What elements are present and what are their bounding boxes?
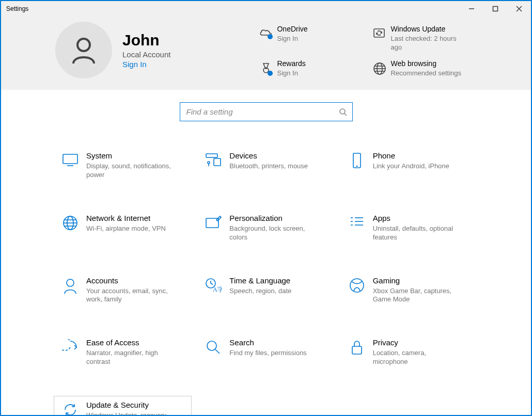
titlebar: Settings xyxy=(1,1,531,17)
cat-title: Devices xyxy=(229,151,308,160)
globe-icon xyxy=(372,61,387,76)
svg-rect-18 xyxy=(206,154,217,157)
header: John Local Account Sign In OneDriveSign … xyxy=(1,17,531,90)
user-icon xyxy=(68,35,99,66)
rewards-icon xyxy=(258,61,274,77)
cat-sub: Bluetooth, printers, mouse xyxy=(229,162,308,171)
svg-point-42 xyxy=(207,341,216,350)
cat-apps[interactable]: AppsUninstall, defaults, optional featur… xyxy=(341,210,478,246)
tile-sub: Sign In xyxy=(277,35,307,43)
privacy-icon xyxy=(349,339,365,357)
search-icon xyxy=(205,339,222,356)
time-language-icon: A字 xyxy=(205,277,222,294)
cat-accounts[interactable]: AccountsYour accounts, email, sync, work… xyxy=(54,272,191,309)
svg-line-15 xyxy=(345,114,347,116)
svg-rect-19 xyxy=(214,158,221,166)
cat-sub: Background, lock screen, colors xyxy=(229,225,317,242)
tile-sub: Last checked: 2 hours ago xyxy=(390,35,468,52)
cat-phone[interactable]: PhoneLink your Android, iPhone xyxy=(341,147,478,184)
cat-title: Apps xyxy=(373,214,461,222)
cat-sub: Speech, region, date xyxy=(229,287,291,296)
cat-title: System xyxy=(86,151,174,160)
svg-point-14 xyxy=(340,109,345,114)
tile-windows-update[interactable]: Windows UpdateLast checked: 2 hours ago xyxy=(369,25,482,52)
user-subtitle: Local Account xyxy=(122,50,170,59)
tile-title: Windows Update xyxy=(390,25,468,33)
cat-search[interactable]: SearchFind my files, permissions xyxy=(197,334,334,371)
svg-point-8 xyxy=(268,71,273,76)
cat-title: Ease of Access xyxy=(86,338,174,347)
cat-ease-of-access[interactable]: Ease of AccessNarrator, magnifier, high … xyxy=(54,334,191,371)
signin-link[interactable]: Sign In xyxy=(122,60,170,69)
cat-network[interactable]: Network & InternetWi-Fi, airplane mode, … xyxy=(54,210,191,246)
svg-point-4 xyxy=(77,39,90,51)
tile-sub: Sign In xyxy=(277,69,305,78)
svg-line-39 xyxy=(211,283,213,284)
cat-sub: Find my files, permissions xyxy=(229,349,307,358)
cat-title: Personalization xyxy=(229,214,317,222)
onedrive-icon xyxy=(258,27,274,39)
tile-onedrive[interactable]: OneDriveSign In xyxy=(255,25,369,52)
svg-point-20 xyxy=(208,162,210,164)
search-input[interactable] xyxy=(185,107,339,117)
apps-icon xyxy=(349,215,365,230)
globe-icon xyxy=(62,215,79,231)
cat-sub: Display, sound, notifications, power xyxy=(86,162,174,180)
svg-rect-6 xyxy=(374,29,384,37)
cat-personalization[interactable]: PersonalizationBackground, lock screen, … xyxy=(197,210,334,246)
window-controls xyxy=(460,1,531,17)
minimize-icon xyxy=(468,6,475,12)
svg-rect-1 xyxy=(493,7,498,11)
tile-sub: Recommended settings xyxy=(390,69,461,78)
cat-system[interactable]: SystemDisplay, sound, notifications, pow… xyxy=(54,147,191,184)
cat-title: Update & Security xyxy=(86,401,174,409)
sync-icon xyxy=(372,27,387,39)
svg-point-41 xyxy=(350,279,364,292)
accounts-icon xyxy=(62,277,78,295)
avatar[interactable] xyxy=(55,22,112,78)
cat-update-security[interactable]: Update & SecurityWindows Update, recover… xyxy=(54,396,192,416)
tile-title: OneDrive xyxy=(277,25,307,33)
cat-privacy[interactable]: PrivacyLocation, camera, microphone xyxy=(341,334,478,371)
search-container xyxy=(1,90,531,132)
cat-devices[interactable]: DevicesBluetooth, printers, mouse xyxy=(197,147,334,184)
cat-gaming[interactable]: GamingXbox Game Bar, captures, Game Mode xyxy=(341,272,478,309)
system-icon xyxy=(61,152,79,168)
cat-title: Phone xyxy=(373,151,449,160)
svg-line-43 xyxy=(215,349,220,354)
search-icon xyxy=(339,108,347,116)
cat-title: Accounts xyxy=(86,276,174,285)
maximize-button[interactable] xyxy=(483,1,507,17)
minimize-button[interactable] xyxy=(460,1,483,17)
cat-sub: Your accounts, email, sync, work, family xyxy=(86,287,174,305)
tile-title: Rewards xyxy=(277,59,305,68)
cat-title: Privacy xyxy=(373,338,461,347)
phone-icon xyxy=(350,152,364,170)
tile-web-browsing[interactable]: Web browsingRecommended settings xyxy=(369,59,482,78)
ease-icon xyxy=(62,339,79,356)
cat-sub: Windows Update, recovery, backup xyxy=(86,411,174,416)
gaming-icon xyxy=(349,277,365,294)
tile-rewards[interactable]: RewardsSign In xyxy=(255,59,369,78)
devices-icon xyxy=(205,152,222,168)
cat-sub: Xbox Game Bar, captures, Game Mode xyxy=(373,287,461,305)
cat-time-language[interactable]: A字 Time & LanguageSpeech, region, date xyxy=(197,272,334,309)
maximize-icon xyxy=(492,6,498,12)
personalization-icon xyxy=(205,215,222,230)
cat-title: Gaming xyxy=(373,276,461,285)
cat-sub: Narrator, magnifier, high contrast xyxy=(86,349,174,366)
cat-title: Network & Internet xyxy=(86,214,166,222)
cat-title: Search xyxy=(229,338,307,347)
tile-title: Web browsing xyxy=(390,59,461,68)
close-button[interactable] xyxy=(507,1,531,17)
svg-point-36 xyxy=(67,279,74,286)
settings-categories: SystemDisplay, sound, notifications, pow… xyxy=(54,147,478,416)
svg-rect-22 xyxy=(353,153,361,168)
close-icon xyxy=(516,6,522,12)
window-title: Settings xyxy=(6,5,28,12)
svg-rect-44 xyxy=(352,346,362,354)
cat-sub: Uninstall, defaults, optional features xyxy=(373,225,461,242)
svg-rect-16 xyxy=(63,154,77,164)
svg-text:A字: A字 xyxy=(213,286,222,293)
search-box[interactable] xyxy=(180,102,353,121)
